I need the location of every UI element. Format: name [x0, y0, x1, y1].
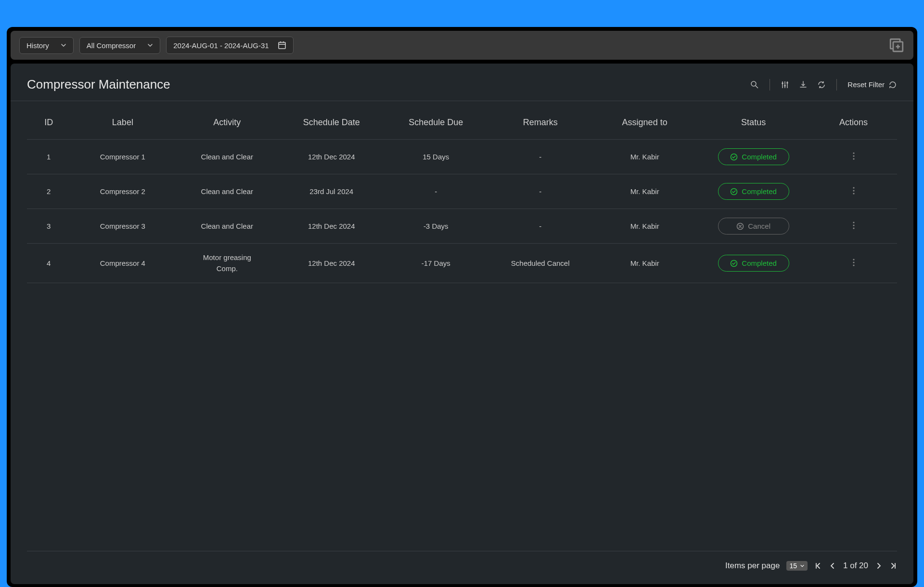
svg-point-15 [787, 82, 789, 84]
more-vertical-icon[interactable] [853, 152, 855, 160]
cell-activity: Clean and Clear [175, 209, 279, 244]
svg-point-8 [751, 81, 756, 86]
compressor-dropdown[interactable]: All Compressor [79, 37, 161, 54]
download-icon[interactable] [799, 80, 808, 89]
date-range-label: 2024-AUG-01 - 2024-AUG-31 [173, 41, 269, 50]
calendar-icon [278, 41, 286, 50]
next-page-icon[interactable] [875, 562, 883, 570]
panel-tools: Reset Filter [750, 79, 897, 91]
svg-point-30 [853, 261, 854, 263]
status-label: Completed [742, 187, 777, 196]
panel-header: Compressor Maintenance Reset Filter [11, 64, 913, 101]
cell-schedule-due: 15 Days [384, 140, 488, 174]
svg-point-18 [853, 155, 854, 157]
cell-remarks: - [488, 174, 592, 209]
svg-point-22 [853, 190, 854, 191]
compressor-dropdown-label: All Compressor [87, 41, 136, 50]
col-remarks[interactable]: Remarks [488, 101, 592, 140]
sliders-icon[interactable] [781, 80, 789, 89]
col-actions[interactable]: Actions [810, 101, 897, 140]
check-circle-icon [730, 153, 738, 161]
pagination-footer: Items per page 15 1 of 20 [27, 551, 897, 584]
items-per-page-label: Items per page [725, 561, 780, 571]
col-activity[interactable]: Activity [175, 101, 279, 140]
add-button[interactable] [888, 37, 905, 53]
svg-point-23 [853, 193, 854, 194]
table-row: 4Compressor 4Motor greasingComp.12th Dec… [27, 244, 897, 283]
toolbar: History All Compressor 2024-AUG-01 - 202… [11, 31, 913, 60]
cell-id: 1 [27, 140, 70, 174]
col-status[interactable]: Status [697, 101, 810, 140]
cell-remarks: - [488, 209, 592, 244]
col-label[interactable]: Label [70, 101, 175, 140]
cell-status: Completed [697, 140, 810, 174]
col-schedule-date[interactable]: Schedule Date [279, 101, 384, 140]
status-label: Cancel [748, 222, 770, 230]
cell-activity: Motor greasingComp. [175, 244, 279, 283]
divider [836, 79, 837, 91]
search-icon[interactable] [750, 80, 759, 89]
cell-remarks: - [488, 140, 592, 174]
svg-point-31 [853, 264, 854, 266]
cell-remarks: Scheduled Cancel [488, 244, 592, 283]
cell-actions [810, 174, 897, 209]
svg-point-27 [853, 227, 854, 229]
cell-label: Compressor 1 [70, 140, 175, 174]
app-wrapper: History All Compressor 2024-AUG-01 - 202… [7, 27, 917, 587]
status-label: Completed [742, 153, 777, 161]
cell-actions [810, 244, 897, 283]
status-pill-cancel[interactable]: Cancel [718, 218, 789, 235]
status-pill-completed[interactable]: Completed [718, 183, 789, 200]
cell-assigned-to: Mr. Kabir [592, 174, 697, 209]
check-circle-icon [730, 260, 738, 267]
cell-label: Compressor 2 [70, 174, 175, 209]
view-dropdown-label: History [26, 41, 49, 50]
date-range-picker[interactable]: 2024-AUG-01 - 2024-AUG-31 [166, 37, 293, 54]
cell-assigned-to: Mr. Kabir [592, 244, 697, 283]
cell-schedule-date: 12th Dec 2024 [279, 209, 384, 244]
reset-filter-label: Reset Filter [847, 80, 885, 89]
svg-point-26 [853, 224, 854, 226]
chevron-down-icon [61, 42, 66, 48]
last-page-icon[interactable] [889, 562, 897, 570]
cell-schedule-date: 23rd Jul 2024 [279, 174, 384, 209]
cell-actions [810, 209, 897, 244]
reset-icon [888, 80, 897, 89]
svg-point-14 [784, 85, 786, 87]
maintenance-table: ID Label Activity Schedule Date Schedule… [27, 101, 897, 283]
cell-schedule-date: 12th Dec 2024 [279, 244, 384, 283]
svg-line-9 [756, 86, 758, 88]
cell-schedule-due: - [384, 174, 488, 209]
cell-schedule-due: -17 Days [384, 244, 488, 283]
more-vertical-icon[interactable] [853, 186, 855, 195]
chevron-down-icon [800, 563, 805, 568]
cell-label: Compressor 4 [70, 244, 175, 283]
first-page-icon[interactable] [814, 562, 822, 570]
col-id[interactable]: ID [27, 101, 70, 140]
items-per-page-select[interactable]: 15 [786, 561, 808, 571]
cell-schedule-date: 12th Dec 2024 [279, 140, 384, 174]
table-row: 2Compressor 2Clean and Clear23rd Jul 202… [27, 174, 897, 209]
divider [770, 79, 770, 91]
cell-activity: Clean and Clear [175, 174, 279, 209]
more-vertical-icon[interactable] [853, 258, 855, 267]
check-circle-icon [730, 188, 738, 196]
status-pill-completed[interactable]: Completed [718, 148, 789, 165]
svg-point-29 [853, 259, 854, 260]
status-pill-completed[interactable]: Completed [718, 255, 789, 272]
view-dropdown[interactable]: History [19, 37, 74, 54]
prev-page-icon[interactable] [829, 562, 836, 570]
table-row: 3Compressor 3Clean and Clear12th Dec 202… [27, 209, 897, 244]
more-vertical-icon[interactable] [853, 221, 855, 230]
cell-status: Completed [697, 244, 810, 283]
refresh-icon[interactable] [817, 80, 826, 89]
reset-filter-button[interactable]: Reset Filter [847, 80, 897, 89]
cell-status: Completed [697, 174, 810, 209]
panel: Compressor Maintenance Reset Filter ID [11, 64, 913, 584]
cell-id: 3 [27, 209, 70, 244]
cell-label: Compressor 3 [70, 209, 175, 244]
cell-status: Cancel [697, 209, 810, 244]
col-assigned-to[interactable]: Assigned to [592, 101, 697, 140]
items-per-page-value: 15 [789, 562, 797, 570]
col-schedule-due[interactable]: Schedule Due [384, 101, 488, 140]
